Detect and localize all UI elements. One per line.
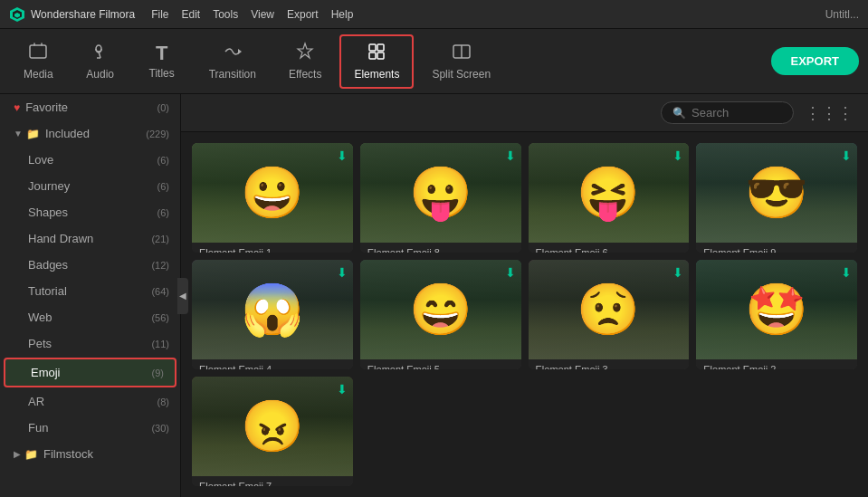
toolbar-titles[interactable]: T Titles — [133, 34, 191, 89]
splitscreen-label: Split Screen — [432, 68, 491, 81]
download-icon-3: ⬇ — [672, 265, 683, 280]
download-icon-2: ⬇ — [841, 265, 852, 280]
audio-label: Audio — [86, 68, 114, 81]
element-thumb-1: 😀 ⬇ — [192, 143, 353, 243]
content-area: 🔍 ⋮⋮⋮ 😀 ⬇ Element Emoji 1 😛 ⬇ Element Em… — [181, 94, 868, 497]
sidebar-item-web[interactable]: Web(56) — [0, 304, 180, 330]
sidebar-count-favorite: (0) — [157, 102, 169, 113]
element-emoji-3: 😟 — [577, 284, 640, 335]
element-name-7: Element Emoji 7 — [192, 476, 353, 486]
sidebar-item-fun[interactable]: Fun(30) — [0, 415, 180, 441]
toolbar: Media Audio T Titles Transition Effects … — [0, 29, 868, 94]
sidebar-item-filmstock[interactable]: ▶📁Filmstock — [0, 441, 180, 467]
folder-icon: 📁 — [26, 128, 40, 140]
download-icon-5: ⬇ — [505, 265, 516, 280]
element-thumb-9: 😎 ⬇ — [696, 143, 857, 243]
sidebar-item-pets[interactable]: Pets(11) — [0, 330, 180, 357]
sidebar-count-included: (229) — [146, 129, 169, 139]
sidebar-label-included: Included — [45, 127, 142, 140]
main-area: ♥Favorite(0)▼📁Included(229)Love(6)Journe… — [0, 94, 868, 497]
toolbar-elements[interactable]: Elements — [339, 34, 414, 89]
sidebar-item-badges[interactable]: Badges(12) — [0, 252, 180, 278]
toolbar-transition[interactable]: Transition — [195, 34, 271, 89]
sidebar-item-journey[interactable]: Journey(6) — [0, 173, 180, 199]
sidebar-label-emoji: Emoji — [31, 366, 148, 379]
toolbar-splitscreen[interactable]: Split Screen — [417, 34, 505, 89]
element-card-8[interactable]: 😛 ⬇ Element Emoji 8 — [360, 143, 521, 253]
sidebar-count-emoji: (9) — [152, 368, 164, 378]
search-box[interactable]: 🔍 — [661, 101, 794, 124]
svg-marker-7 — [238, 49, 242, 54]
sidebar: ♥Favorite(0)▼📁Included(229)Love(6)Journe… — [0, 94, 181, 497]
sidebar-item-emoji[interactable]: Emoji(9) — [4, 358, 176, 387]
menu-edit[interactable]: Edit — [182, 8, 201, 21]
element-emoji-5: 😄 — [409, 284, 472, 335]
logo-icon — [9, 6, 25, 23]
menu-bar[interactable]: File Edit Tools View Export Help — [151, 8, 353, 21]
element-card-2[interactable]: 🤩 ⬇ Element Emoji 2 — [696, 260, 857, 369]
sidebar-count-love: (6) — [157, 155, 169, 166]
toolbar-media[interactable]: Media — [9, 34, 68, 89]
sidebar-count-fun: (30) — [151, 423, 169, 434]
app-name: Wondershare Filmora — [31, 8, 135, 21]
splitscreen-icon — [452, 42, 472, 64]
menu-view[interactable]: View — [251, 8, 274, 21]
content-header: 🔍 ⋮⋮⋮ — [181, 94, 868, 132]
effects-label: Effects — [289, 68, 321, 81]
svg-rect-11 — [369, 53, 376, 59]
element-thumb-4: 😱 ⬇ — [192, 260, 353, 359]
menu-file[interactable]: File — [151, 8, 168, 21]
download-icon-1: ⬇ — [337, 148, 348, 163]
arrow-icon: ▼ — [14, 129, 23, 139]
sidebar-label-journey: Journey — [28, 179, 154, 193]
sidebar-label-handdrawn: Hand Drawn — [28, 232, 148, 245]
element-card-5[interactable]: 😄 ⬇ Element Emoji 5 — [360, 260, 521, 369]
element-name-1: Element Emoji 1 — [192, 243, 353, 253]
element-thumb-2: 🤩 ⬇ — [696, 260, 857, 359]
element-name-6: Element Emoji 6 — [529, 243, 690, 253]
sidebar-count-web: (56) — [151, 312, 169, 323]
menu-export[interactable]: Export — [287, 8, 319, 21]
sidebar-label-tutorial: Tutorial — [28, 284, 148, 298]
sidebar-item-favorite[interactable]: ♥Favorite(0) — [0, 94, 180, 120]
menu-tools[interactable]: Tools — [213, 8, 238, 21]
element-thumb-5: 😄 ⬇ — [360, 260, 521, 359]
search-input[interactable] — [692, 106, 782, 119]
window-title: Untitl... — [825, 8, 859, 21]
search-icon: 🔍 — [672, 107, 686, 119]
sidebar-count-journey: (6) — [157, 181, 169, 192]
svg-rect-3 — [30, 45, 46, 58]
sidebar-wrapper: ♥Favorite(0)▼📁Included(229)Love(6)Journe… — [0, 94, 181, 497]
export-button[interactable]: EXPORT — [771, 47, 859, 75]
elements-label: Elements — [354, 68, 399, 81]
menu-help[interactable]: Help — [331, 8, 354, 21]
sidebar-item-included[interactable]: ▼📁Included(229) — [0, 120, 180, 147]
element-card-4[interactable]: 😱 ⬇ Element Emoji 4 — [192, 260, 353, 369]
sidebar-count-shapes: (6) — [157, 207, 169, 218]
sidebar-collapse-arrow[interactable]: ◀ — [177, 278, 188, 314]
sidebar-item-love[interactable]: Love(6) — [0, 147, 180, 173]
sidebar-label-love: Love — [28, 153, 154, 167]
element-card-3[interactable]: 😟 ⬇ Element Emoji 3 — [529, 260, 690, 369]
elements-icon — [367, 42, 386, 64]
arrow-icon: ▶ — [14, 449, 21, 459]
sidebar-item-shapes[interactable]: Shapes(6) — [0, 199, 180, 225]
sidebar-label-pets: Pets — [28, 337, 148, 350]
download-icon-7: ⬇ — [337, 382, 348, 397]
sidebar-item-handdrawn[interactable]: Hand Drawn(21) — [0, 225, 180, 252]
toolbar-effects[interactable]: Effects — [274, 34, 336, 89]
element-name-3: Element Emoji 3 — [529, 359, 690, 369]
element-card-9[interactable]: 😎 ⬇ Element Emoji 9 — [696, 143, 857, 253]
element-card-1[interactable]: 😀 ⬇ Element Emoji 1 — [192, 143, 353, 253]
media-label: Media — [24, 68, 53, 81]
element-thumb-8: 😛 ⬇ — [360, 143, 521, 243]
sidebar-item-ar[interactable]: AR(8) — [0, 388, 180, 415]
sidebar-label-shapes: Shapes — [28, 205, 154, 219]
toolbar-audio[interactable]: Audio — [72, 34, 129, 89]
grid-view-icon[interactable]: ⋮⋮⋮ — [805, 103, 854, 123]
element-card-6[interactable]: 😝 ⬇ Element Emoji 6 — [529, 143, 690, 253]
element-thumb-3: 😟 ⬇ — [529, 260, 690, 359]
sidebar-label-fun: Fun — [28, 421, 148, 435]
element-card-7[interactable]: 😠 ⬇ Element Emoji 7 — [192, 377, 353, 486]
sidebar-item-tutorial[interactable]: Tutorial(64) — [0, 278, 180, 304]
